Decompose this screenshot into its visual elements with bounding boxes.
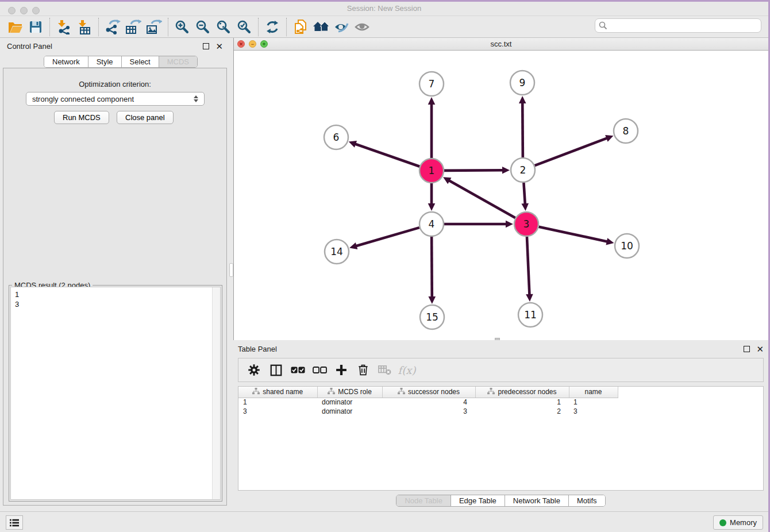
cell-mcds-role[interactable]: dominator [317, 398, 382, 407]
cell-predecessor-nodes[interactable]: 2 [475, 407, 569, 416]
cell-shared-name[interactable]: 3 [238, 407, 317, 416]
node-2[interactable]: 2 [511, 158, 535, 182]
node-3[interactable]: 3 [514, 212, 538, 236]
export-image-icon[interactable] [144, 18, 164, 36]
tab-style[interactable]: Style [88, 56, 122, 67]
delete-table-icon[interactable] [375, 360, 395, 380]
column-header[interactable]: name [569, 387, 618, 398]
column-header[interactable]: successor nodes [382, 387, 475, 398]
tab-network[interactable]: Network [44, 56, 88, 67]
edge-3-10[interactable] [538, 227, 614, 245]
tab-network-table[interactable]: Network Table [505, 495, 569, 506]
column-header[interactable]: shared name [238, 387, 317, 398]
show-graphics-details-icon[interactable] [352, 18, 373, 36]
close-panel-icon[interactable]: ✕ [215, 43, 223, 49]
node-8[interactable]: 8 [614, 119, 638, 143]
edge-1-4[interactable] [428, 183, 436, 211]
node-15[interactable]: 15 [420, 305, 444, 329]
cell-successor-nodes[interactable]: 3 [382, 407, 475, 416]
edge-4-14[interactable] [349, 228, 419, 249]
node-4[interactable]: 4 [419, 212, 444, 236]
select-all-icon[interactable] [288, 360, 307, 380]
export-table-icon[interactable] [123, 18, 144, 36]
import-table-icon[interactable] [74, 18, 95, 36]
refresh-view-icon[interactable] [262, 18, 283, 36]
column-header-label: name [584, 388, 602, 396]
node-10[interactable]: 10 [615, 234, 639, 258]
show-panels-button[interactable] [6, 515, 23, 530]
import-network-icon[interactable] [53, 18, 74, 36]
add-column-icon[interactable] [332, 360, 351, 380]
zoom-in-icon[interactable] [172, 18, 192, 36]
network-minimize-icon[interactable]: − [249, 40, 256, 48]
zoom-out-icon[interactable] [192, 18, 213, 36]
maximize-window-button[interactable] [32, 7, 40, 14]
panel-divider-handle[interactable] [229, 263, 233, 277]
float-panel-icon[interactable] [203, 43, 209, 49]
column-header[interactable]: MCDS role [317, 387, 382, 398]
memory-button[interactable]: Memory [713, 515, 763, 530]
zoom-fit-icon[interactable] [213, 18, 234, 36]
criterion-dropdown[interactable]: strongly connected component [26, 92, 205, 106]
node-11[interactable]: 11 [518, 303, 542, 327]
apply-function-icon[interactable]: f(x) [397, 360, 417, 380]
duplicate-network-icon[interactable] [290, 18, 311, 36]
edge-3-11[interactable] [526, 237, 533, 302]
close-window-button[interactable] [8, 7, 16, 14]
node-1[interactable]: 1 [419, 159, 444, 183]
cell-mcds-role[interactable]: dominator [317, 407, 382, 416]
edge-2-8[interactable] [535, 135, 614, 165]
hide-graphics-details-icon[interactable] [332, 18, 352, 36]
column-header[interactable]: predecessor nodes [475, 387, 569, 398]
mcds-result-textarea[interactable]: 1 3 [10, 287, 221, 500]
memory-label: Memory [730, 518, 757, 527]
delete-column-icon[interactable] [353, 360, 373, 380]
cell-successor-nodes[interactable]: 4 [382, 398, 475, 407]
tab-select[interactable]: Select [122, 56, 159, 67]
edge-3-1[interactable] [443, 177, 515, 218]
node-9[interactable]: 9 [510, 71, 534, 95]
network-window-titlebar[interactable]: ✕ − + scc.txt [234, 38, 768, 51]
float-table-panel-icon[interactable] [744, 346, 750, 352]
save-session-icon[interactable] [25, 18, 46, 36]
node-7[interactable]: 7 [419, 72, 444, 96]
table-settings-icon[interactable] [244, 360, 264, 380]
cell-predecessor-nodes[interactable]: 1 [475, 398, 569, 407]
tab-motifs[interactable]: Motifs [569, 495, 605, 506]
search-input[interactable] [595, 18, 761, 33]
edge-1-2[interactable] [444, 167, 510, 174]
cell-shared-name[interactable]: 1 [238, 398, 317, 407]
node-6[interactable]: 6 [324, 125, 348, 149]
close-table-panel-icon[interactable]: ✕ [756, 346, 764, 352]
edge-1-7[interactable] [428, 97, 436, 158]
network-canvas[interactable]: 7968124314101511 [234, 51, 768, 340]
cell-name[interactable]: 3 [569, 407, 618, 416]
split-table-view-icon[interactable] [266, 360, 286, 380]
node-14[interactable]: 14 [325, 240, 349, 264]
tab-node-table[interactable]: Node Table [396, 495, 451, 506]
network-maximize-icon[interactable]: + [260, 40, 268, 48]
close-panel-button[interactable]: Close panel [117, 111, 174, 124]
node-table[interactable]: shared nameMCDS rolesuccessor nodesprede… [238, 386, 764, 491]
node-label: 8 [623, 125, 629, 137]
export-network-icon[interactable] [102, 18, 123, 36]
table-row[interactable]: 1dominator411 [238, 398, 618, 407]
edge-2-3[interactable] [521, 183, 529, 211]
open-session-icon[interactable] [5, 18, 25, 36]
cell-name[interactable]: 1 [569, 398, 618, 407]
table-row[interactable]: 3dominator323 [238, 407, 618, 416]
tab-mcds[interactable]: MCDS [159, 56, 197, 67]
network-close-icon[interactable]: ✕ [237, 40, 245, 48]
result-scrollbar[interactable] [212, 287, 220, 499]
edge-2-9[interactable] [519, 96, 526, 157]
deselect-all-icon[interactable] [310, 360, 329, 380]
edge-4-3[interactable] [444, 221, 513, 228]
edge-4-15[interactable] [428, 237, 436, 304]
control-panel: Control Panel ✕ Network Style Select MCD… [0, 38, 230, 511]
minimize-window-button[interactable] [20, 7, 28, 14]
zoom-selected-icon[interactable] [234, 18, 255, 36]
run-mcds-button[interactable]: Run MCDS [54, 111, 109, 124]
home-icon[interactable] [311, 18, 332, 36]
tab-edge-table[interactable]: Edge Table [451, 495, 505, 506]
edge-1-6[interactable] [349, 141, 420, 167]
